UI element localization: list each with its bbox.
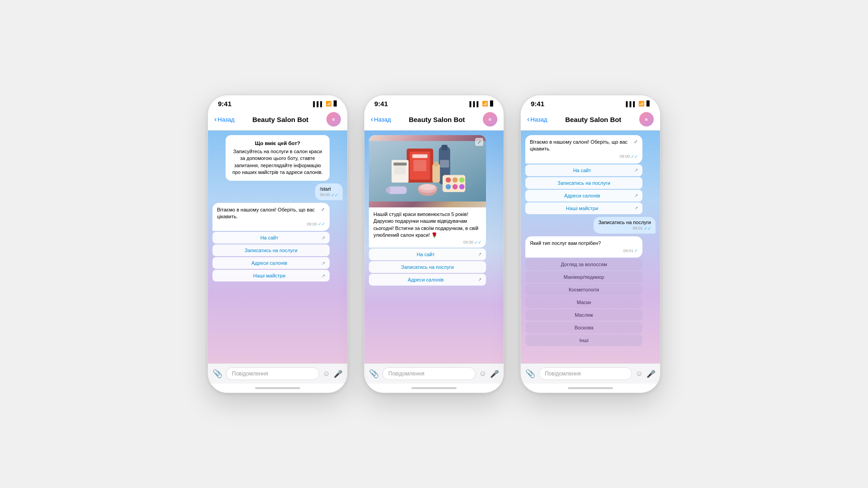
link-icon-3: ↗	[321, 273, 325, 278]
battery-icon-2: ▊	[490, 101, 494, 107]
status-time-3: 9:41	[531, 100, 544, 108]
link-icon-7: ↗	[634, 193, 638, 198]
btn-book-label-1: Записатись на послуги	[217, 248, 325, 253]
user-bubble-start: /start 09:00 ✓✓	[315, 183, 343, 200]
mic-icon-2[interactable]: 🎤	[490, 370, 499, 378]
btn-address-3[interactable]: Адреси салонів ↗	[525, 190, 642, 202]
phone-3: 9:41 ▌▌▌ 📶 ▊ ‹ Назад Beauty Salon Bot B …	[520, 95, 660, 393]
wifi-icon-3: 📶	[638, 101, 645, 107]
mic-icon-3[interactable]: 🎤	[646, 370, 656, 378]
message-input-1[interactable]: Повідомлення	[226, 367, 319, 380]
svg-point-16	[453, 177, 458, 183]
home-indicator-1	[208, 384, 347, 393]
status-time-2: 9:41	[374, 100, 388, 108]
bot-promo-bubble: Нашій студії краси виповнюється 5 років!…	[369, 135, 486, 248]
btn-book-1[interactable]: Записатись на послуги	[212, 244, 330, 256]
btn-book-3[interactable]: Записатись на послуги	[525, 177, 642, 189]
btn-other-label: Інші	[530, 338, 638, 343]
btn-masters-label-3: Наші майстри	[530, 206, 634, 211]
bot-welcome-bubble: Вітаємо в нашому салоні! Оберіть, що вас…	[212, 203, 330, 231]
btn-site-2[interactable]: На сайт ↗	[369, 249, 486, 260]
btn-address-2[interactable]: Адреси салонів ↗	[369, 274, 486, 286]
checkmark-promo: ✓✓	[474, 240, 481, 245]
chevron-icon-1: ‹	[214, 115, 217, 123]
btn-site-3[interactable]: На сайт ↗	[525, 164, 642, 176]
home-bar-1	[255, 387, 300, 389]
btn-mani[interactable]: Манікюр/педикюр	[525, 271, 642, 283]
bot-welcome-text: Вітаємо в нашому салоні! Оберіть, що вас…	[217, 206, 325, 221]
bot-welcome-group-3: Вітаємо в нашому салоні! Оберіть, що вас…	[525, 135, 642, 214]
chat-area-2: Нашій студії краси виповнюється 5 років!…	[364, 131, 504, 363]
bot-promo-group: Нашій студії краси виповнюється 5 років!…	[369, 135, 486, 286]
btn-masters-1[interactable]: Наші майстри ↗	[212, 270, 330, 282]
home-bar-2	[411, 387, 457, 389]
btn-masters-3[interactable]: Наші майстри ↗	[525, 202, 642, 214]
attach-icon-2[interactable]: 📎	[369, 369, 379, 379]
status-icons-3: ▌▌▌ 📶 ▊	[626, 101, 650, 107]
nav-title-2: Beauty Salon Bot	[409, 116, 465, 123]
avatar-1: B	[326, 112, 341, 127]
message-input-3[interactable]: Повідомлення	[539, 367, 632, 380]
battery-icon-3: ▊	[646, 101, 650, 107]
btn-address-label-2: Адреси салонів	[373, 277, 478, 282]
svg-rect-24	[434, 162, 439, 166]
back-button-1[interactable]: ‹ Назад	[214, 115, 235, 123]
bot-welcome-text-3: Вітаємо в нашому салоні! Оберіть, що вас…	[530, 139, 638, 153]
btn-masters-label-1: Наші майстри	[217, 273, 321, 278]
btn-wax[interactable]: Воскова	[525, 322, 642, 333]
checkmark-4: ✓✓	[644, 226, 651, 231]
btn-mani-label: Манікюр/педикюр	[530, 274, 638, 280]
nav-title-1: Beauty Salon Bot	[252, 116, 308, 123]
status-bar-2: 9:41 ▌▌▌ 📶 ▊	[364, 95, 504, 109]
btn-book-2[interactable]: Записатись на послуги	[369, 261, 486, 273]
promo-image	[369, 135, 486, 207]
btn-site-label-3: На сайт	[530, 168, 634, 173]
home-indicator-3	[521, 384, 660, 393]
btn-address-label-1: Адреси салонів	[217, 260, 321, 266]
back-button-2[interactable]: ‹ Назад	[371, 115, 391, 123]
btn-site-label-2: На сайт	[373, 252, 478, 257]
message-input-2[interactable]: Повідомлення	[382, 367, 476, 380]
bubble-time-service-q: 09:01 ✓	[530, 248, 638, 254]
cosmetics-svg	[369, 135, 486, 207]
emoji-icon-3[interactable]: ☺	[636, 370, 643, 378]
nav-bar-3: ‹ Назад Beauty Salon Bot B	[521, 109, 660, 131]
nav-bar-1: ‹ Назад Beauty Salon Bot B	[208, 109, 347, 131]
svg-point-18	[453, 184, 458, 189]
btn-masks[interactable]: Маски	[525, 296, 642, 308]
btn-cosmet[interactable]: Косметологія	[525, 284, 642, 296]
phone-1: 9:41 ▌▌▌ 📶 ▊ ‹ Назад Beauty Salon Bot B …	[208, 95, 348, 393]
btn-address-label-3: Адреси салонів	[530, 193, 634, 198]
link-icon-4: ↗	[478, 252, 481, 257]
bubble-time-service: 09:01 ✓✓	[598, 226, 651, 231]
btn-hair[interactable]: Догляд за волоссям	[525, 258, 642, 270]
btn-address-1[interactable]: Адреси салонів ↗	[212, 257, 330, 269]
attach-icon-1[interactable]: 📎	[212, 369, 222, 379]
btn-cosmet-label: Косметологія	[530, 287, 638, 292]
svg-rect-22	[386, 188, 391, 192]
svg-rect-7	[394, 167, 406, 174]
btn-other[interactable]: Інші	[525, 334, 642, 346]
attach-icon-3[interactable]: 📎	[525, 369, 535, 379]
link-icon-5: ↗	[478, 277, 481, 282]
svg-rect-3	[412, 154, 427, 158]
btn-massage[interactable]: Масляж	[525, 309, 642, 321]
mic-icon-1[interactable]: 🎤	[334, 370, 343, 378]
bubble-time-start: 09:00 ✓✓	[320, 192, 338, 197]
nav-title-3: Beauty Salon Bot	[565, 116, 621, 123]
avatar-2: B	[483, 112, 497, 127]
svg-rect-23	[432, 164, 440, 183]
btn-site-1[interactable]: На сайт ↗	[212, 232, 330, 244]
emoji-icon-1[interactable]: ☺	[323, 370, 330, 378]
signal-icon-3: ▌▌▌	[626, 101, 637, 107]
status-bar-1: 9:41 ▌▌▌ 📶 ▊	[208, 95, 347, 109]
wifi-icon-2: 📶	[482, 101, 488, 107]
back-button-3[interactable]: ‹ Назад	[527, 115, 547, 123]
home-indicator-2	[364, 384, 504, 393]
svg-point-17	[446, 184, 451, 189]
btn-site-label-1: На сайт	[217, 235, 321, 240]
bot-service-text: Який тип послуг вам потрібен?	[530, 240, 638, 247]
status-time-1: 9:41	[218, 100, 231, 108]
btn-wax-label: Воскова	[530, 325, 638, 330]
emoji-icon-2[interactable]: ☺	[479, 370, 486, 378]
